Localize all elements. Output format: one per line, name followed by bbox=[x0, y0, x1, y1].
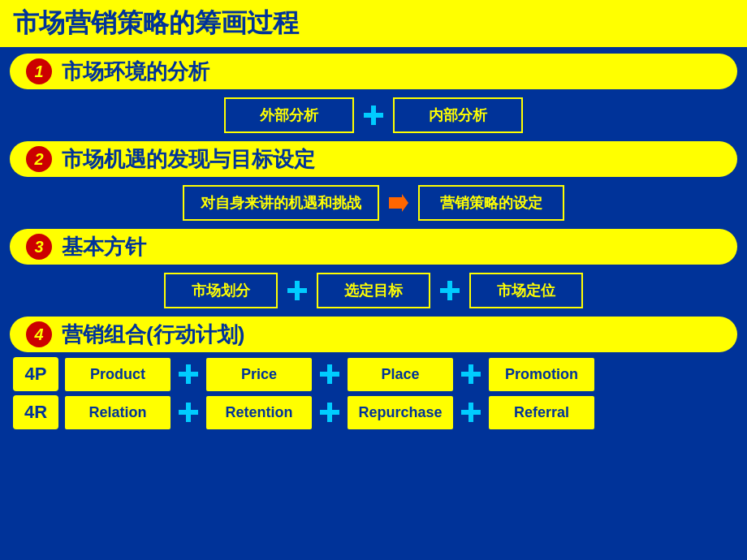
four-r-relation: Relation bbox=[65, 396, 171, 429]
section-3-sub: 市场划分 选定目标 市场定位 bbox=[10, 269, 737, 312]
svg-rect-10 bbox=[320, 372, 339, 377]
page-title: 市场营销策略的筹画过程 bbox=[13, 6, 299, 41]
box-opportunity: 对自身来讲的机遇和挑战 bbox=[183, 185, 379, 221]
section-4: 4 营销组合(行动计划) 4P Product Price Place bbox=[10, 317, 737, 429]
arrow-icon-1 bbox=[387, 192, 410, 214]
four-r-row: 4R Relation Retention Repurchase bbox=[10, 395, 737, 429]
four-r-label: 4R bbox=[13, 395, 58, 429]
four-p-product: Product bbox=[65, 358, 171, 391]
section-4-header: 4 营销组合(行动计划) bbox=[10, 317, 737, 352]
plus-icon-3 bbox=[438, 279, 461, 302]
section-3-title: 基本方针 bbox=[62, 233, 146, 261]
section-1-sub: 外部分析 内部分析 bbox=[10, 94, 737, 136]
svg-rect-18 bbox=[461, 410, 481, 415]
box-strategy: 营销策略的设定 bbox=[418, 185, 564, 221]
plus-icon-1 bbox=[362, 104, 385, 127]
four-p-promotion: Promotion bbox=[489, 358, 594, 391]
svg-rect-12 bbox=[461, 372, 481, 377]
svg-rect-8 bbox=[179, 372, 198, 377]
box-internal-analysis: 内部分析 bbox=[393, 97, 523, 133]
plus-icon-2 bbox=[286, 279, 309, 302]
four-r-retention: Retention bbox=[206, 396, 312, 429]
main-content: 1 市场环境的分析 外部分析 内部分析 2 市场机遇的发现与目标设定 对自身来讲… bbox=[0, 47, 747, 441]
box-positioning: 市场定位 bbox=[469, 273, 583, 308]
section-2: 2 市场机遇的发现与目标设定 对自身来讲的机遇和挑战 营销策略的设定 bbox=[10, 141, 737, 224]
section-4-number: 4 bbox=[26, 321, 52, 347]
plus-icon-4r-1 bbox=[177, 401, 200, 424]
section-1-title: 市场环境的分析 bbox=[62, 58, 209, 86]
section-2-sub: 对自身来讲的机遇和挑战 营销策略的设定 bbox=[10, 182, 737, 224]
svg-rect-16 bbox=[320, 410, 339, 415]
section-1-header: 1 市场环境的分析 bbox=[10, 54, 737, 89]
four-r-repurchase: Repurchase bbox=[348, 396, 453, 429]
plus-icon-4r-2 bbox=[318, 401, 341, 424]
plus-icon-4r-3 bbox=[460, 401, 482, 424]
plus-icon-4p-1 bbox=[177, 363, 200, 386]
svg-rect-1 bbox=[364, 113, 383, 118]
box-targeting: 选定目标 bbox=[317, 273, 430, 308]
four-r-referral: Referral bbox=[489, 396, 594, 429]
four-p-place: Place bbox=[348, 358, 453, 391]
section-2-title: 市场机遇的发现与目标设定 bbox=[62, 145, 315, 174]
svg-marker-2 bbox=[389, 194, 408, 212]
section-2-header: 2 市场机遇的发现与目标设定 bbox=[10, 141, 737, 177]
section-4-title: 营销组合(行动计划) bbox=[62, 321, 244, 349]
section-3: 3 基本方针 市场划分 选定目标 市场定位 bbox=[10, 229, 737, 312]
section-1: 1 市场环境的分析 外部分析 内部分析 bbox=[10, 54, 737, 136]
svg-rect-6 bbox=[440, 288, 460, 293]
section-1-number: 1 bbox=[26, 58, 52, 84]
plus-icon-4p-3 bbox=[460, 363, 482, 386]
four-p-label: 4P bbox=[13, 357, 58, 391]
section-2-number: 2 bbox=[26, 146, 52, 172]
four-p-price: Price bbox=[206, 358, 312, 391]
section-3-header: 3 基本方针 bbox=[10, 229, 737, 265]
plus-icon-4p-2 bbox=[318, 363, 341, 386]
title-bar: 市场营销策略的筹画过程 bbox=[0, 0, 747, 47]
box-external-analysis: 外部分析 bbox=[224, 97, 354, 133]
section-3-number: 3 bbox=[26, 234, 52, 260]
svg-rect-14 bbox=[179, 410, 198, 415]
box-segmentation: 市场划分 bbox=[164, 273, 278, 308]
four-p-row: 4P Product Price Place bbox=[10, 357, 737, 391]
svg-rect-4 bbox=[287, 288, 307, 293]
